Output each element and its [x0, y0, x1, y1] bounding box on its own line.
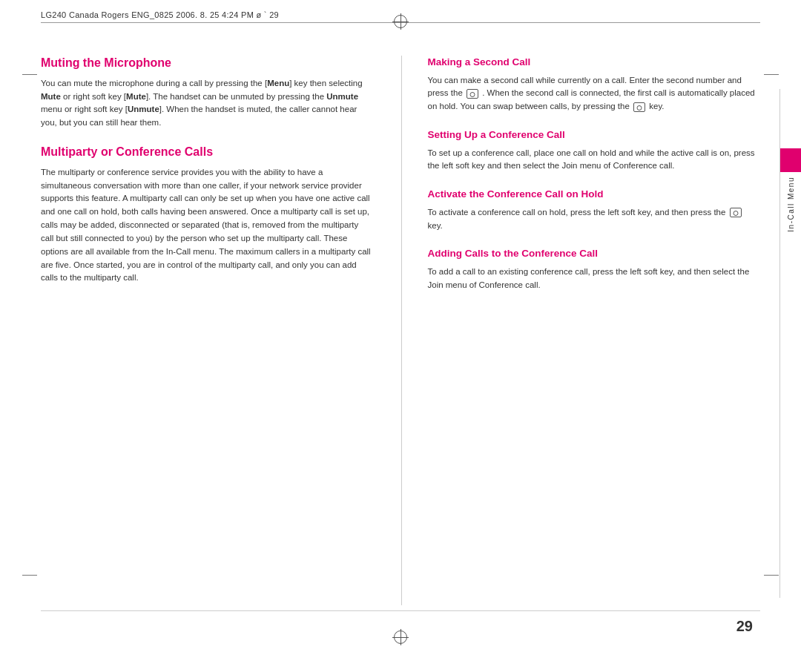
setup-conference-section: Setting Up a Conference Call To set up a…	[428, 128, 759, 173]
multiparty-body: The multiparty or conference service pro…	[41, 166, 372, 285]
content-area: Muting the Microphone You can mute the m…	[41, 56, 758, 605]
activate-conference-body: To activate a conference call on hold, p…	[428, 206, 759, 233]
page-number: 29	[736, 618, 753, 635]
adding-calls-body: To add a call to an existing conference …	[428, 266, 759, 292]
reg-mark-left-top	[22, 74, 37, 75]
multiparty-title: Multiparty or Conference Calls	[41, 145, 372, 160]
reg-mark-left-bottom	[22, 575, 37, 576]
column-divider	[401, 56, 402, 605]
header-text: LG240 Canada Rogers ENG_0825 2006. 8. 25…	[41, 10, 279, 19]
second-call-section: Making a Second Call You can make a seco…	[428, 56, 759, 113]
left-column: Muting the Microphone You can mute the m…	[41, 56, 379, 605]
setup-conference-title: Setting Up a Conference Call	[428, 128, 759, 142]
reg-mark-right-top	[764, 74, 779, 75]
page-container: LG240 Canada Rogers ENG_0825 2006. 8. 25…	[0, 0, 801, 672]
muting-body: You can mute the microphone during a cal…	[41, 77, 372, 130]
activate-conference-title: Activate the Conference Call on Hold	[428, 188, 759, 201]
side-tab-label: In-Call Menu	[787, 177, 795, 232]
crosshair-top	[394, 15, 407, 28]
muting-title: Muting the Microphone	[41, 56, 372, 71]
adding-calls-title: Adding Calls to the Conference Call	[428, 247, 759, 260]
setup-conference-body: To set up a conference call, place one c…	[428, 147, 759, 174]
activate-conference-section: Activate the Conference Call on Hold To …	[428, 188, 759, 232]
side-tab-bar	[780, 148, 801, 172]
second-call-body: You can make a second call while current…	[428, 74, 759, 113]
phone-key-icon	[467, 89, 478, 99]
right-column: Making a Second Call You can make a seco…	[424, 56, 759, 605]
bottom-border-line	[41, 610, 760, 611]
reg-mark-right-bottom	[764, 575, 779, 576]
muting-section: Muting the Microphone You can mute the m…	[41, 56, 372, 130]
multiparty-section: Multiparty or Conference Calls The multi…	[41, 145, 372, 285]
phone-key-icon-3	[730, 208, 742, 217]
crosshair-bottom	[394, 630, 407, 644]
second-call-title: Making a Second Call	[428, 56, 759, 69]
side-tab: In-Call Menu	[780, 148, 801, 282]
adding-calls-section: Adding Calls to the Conference Call To a…	[428, 247, 759, 291]
phone-key-icon-2	[633, 102, 645, 112]
